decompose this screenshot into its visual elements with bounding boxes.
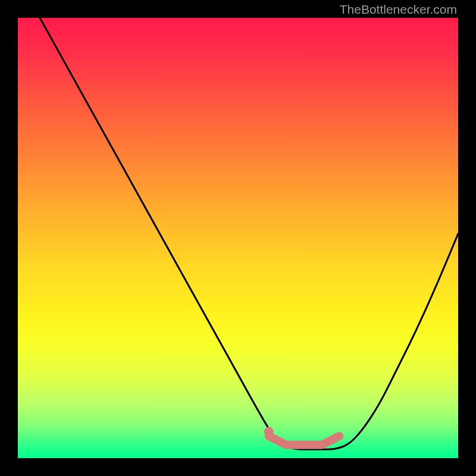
bottom-border [0,458,476,476]
left-border [0,0,18,476]
bottleneck-curve [40,18,458,449]
highlight-segment [269,436,339,445]
chart-container: TheBottleneсker.com [0,0,476,476]
watermark-text: TheBottleneсker.com [340,2,457,17]
chart-svg [18,18,458,458]
highlight-point [264,427,274,437]
